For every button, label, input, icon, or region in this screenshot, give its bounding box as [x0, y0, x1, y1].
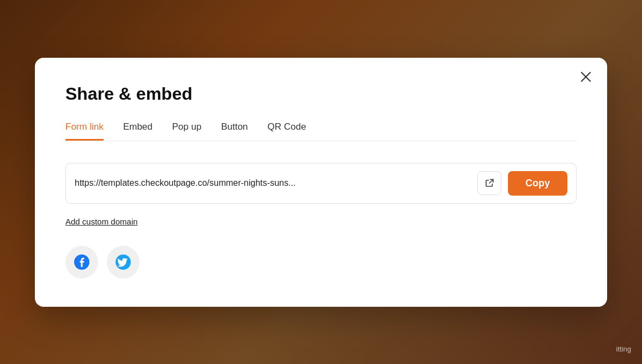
social-share-row	[65, 246, 577, 278]
tab-qrcode[interactable]: QR Code	[268, 122, 306, 141]
close-button[interactable]	[578, 69, 594, 85]
share-embed-modal: Share & embed Form link Embed Pop up But…	[35, 58, 607, 307]
twitter-share-button[interactable]	[107, 246, 140, 278]
copy-button[interactable]: Copy	[508, 171, 567, 196]
facebook-share-button[interactable]	[65, 246, 98, 278]
modal-title: Share & embed	[65, 84, 577, 104]
modal-backdrop: Share & embed Form link Embed Pop up But…	[0, 0, 642, 364]
url-container: https://templates.checkoutpage.co/summer…	[65, 163, 577, 204]
tab-embed[interactable]: Embed	[123, 122, 153, 141]
add-custom-domain-link[interactable]: Add custom domain	[65, 217, 138, 226]
tab-button[interactable]: Button	[221, 122, 248, 141]
tab-bar: Form link Embed Pop up Button QR Code	[65, 122, 577, 141]
external-link-button[interactable]	[477, 171, 501, 195]
url-text: https://templates.checkoutpage.co/summer…	[75, 178, 471, 188]
tab-popup[interactable]: Pop up	[172, 122, 202, 141]
tab-form-link[interactable]: Form link	[65, 122, 104, 141]
